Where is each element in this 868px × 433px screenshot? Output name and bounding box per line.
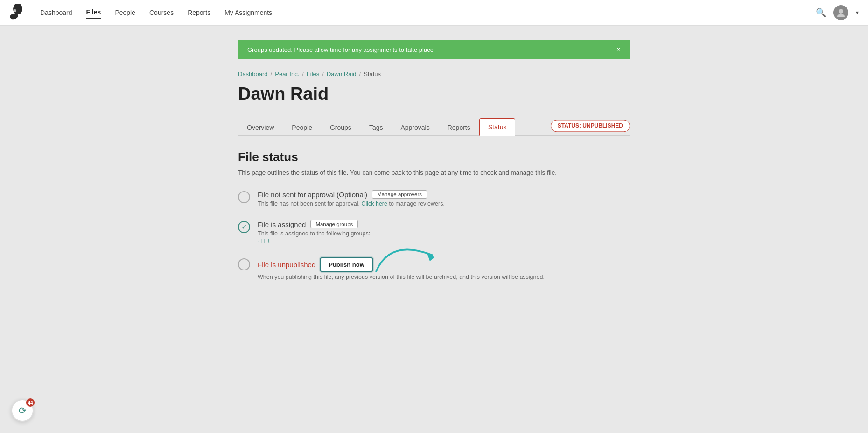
svg-point-3 xyxy=(839,9,843,14)
status-desc-unpublished: When you publishing this file, any previ… xyxy=(258,274,545,280)
tab-approvals[interactable]: Approvals xyxy=(392,119,438,136)
tab-status[interactable]: Status xyxy=(479,118,516,136)
manage-approvers-button[interactable]: Manage approvers xyxy=(372,190,427,199)
breadcrumb-pear-inc[interactable]: Pear Inc. xyxy=(275,71,299,78)
notification-widget[interactable]: 44 ⟳ xyxy=(11,399,34,422)
status-circle-assigned: ✓ xyxy=(238,221,250,233)
breadcrumb: Dashboard / Pear Inc. / Files / Dawn Rai… xyxy=(238,71,630,78)
breadcrumb-dawn-raid[interactable]: Dawn Raid xyxy=(327,71,357,78)
status-label-unpublished: File is unpublished xyxy=(258,261,315,269)
nav-courses[interactable]: Courses xyxy=(149,7,174,18)
click-here-link[interactable]: Click here xyxy=(361,200,387,207)
file-status-section: File status This page outlines the statu… xyxy=(238,150,630,280)
breadcrumb-files[interactable]: Files xyxy=(307,71,319,78)
status-item-assigned: ✓ File is assigned Manage groups This fi… xyxy=(238,220,630,244)
nav-people[interactable]: People xyxy=(115,7,135,18)
status-label-assigned: File is assigned xyxy=(258,220,306,228)
svg-point-4 xyxy=(837,14,845,17)
publish-arrow-container: Publish now xyxy=(320,257,373,272)
svg-point-0 xyxy=(13,4,22,14)
publish-now-button[interactable]: Publish now xyxy=(320,257,373,272)
svg-point-2 xyxy=(14,9,16,12)
navbar-right: 🔍 ▾ xyxy=(816,5,859,20)
main-content: Groups updated. Please allow time for an… xyxy=(224,26,644,303)
search-button[interactable]: 🔍 xyxy=(816,7,826,18)
notification-badge: 44 xyxy=(26,398,35,407)
page-title: Dawn Raid xyxy=(238,84,630,104)
banner-close-button[interactable]: × xyxy=(616,45,621,54)
svg-marker-5 xyxy=(427,252,434,261)
success-banner: Groups updated. Please allow time for an… xyxy=(238,40,630,59)
hr-group-link[interactable]: - HR xyxy=(258,238,270,244)
nav-files[interactable]: Files xyxy=(86,7,101,19)
manage-groups-button[interactable]: Manage groups xyxy=(310,220,358,228)
nav-my-assignments[interactable]: My Assignments xyxy=(224,7,272,18)
section-title: File status xyxy=(238,150,630,164)
tab-groups[interactable]: Groups xyxy=(321,119,360,136)
status-circle-unpublished xyxy=(238,258,250,270)
status-item-approval: File not sent for approval (Optional) Ma… xyxy=(238,190,630,207)
tab-reports[interactable]: Reports xyxy=(439,119,479,136)
status-badge-button[interactable]: STATUS: UNPUBLISHED xyxy=(551,120,630,132)
banner-text: Groups updated. Please allow time for an… xyxy=(247,46,434,53)
app-logo[interactable] xyxy=(9,4,26,21)
status-circle-approval xyxy=(238,191,250,203)
status-item-unpublished: File is unpublished Publish now When you… xyxy=(238,257,630,280)
tabs-bar: Overview People Groups Tags Approvals Re… xyxy=(238,118,630,136)
status-desc-assigned: This file is assigned to the following g… xyxy=(258,230,370,237)
tab-tags[interactable]: Tags xyxy=(360,119,392,136)
navbar: Dashboard Files People Courses Reports M… xyxy=(0,0,868,26)
tab-overview[interactable]: Overview xyxy=(238,119,283,136)
status-desc-approval: This file has not been sent for approval… xyxy=(258,200,445,207)
section-description: This page outlines the status of this fi… xyxy=(238,169,630,176)
nav-dashboard[interactable]: Dashboard xyxy=(40,7,72,18)
tab-people[interactable]: People xyxy=(283,119,321,136)
breadcrumb-current: Status xyxy=(364,71,381,78)
user-dropdown-button[interactable]: ▾ xyxy=(856,9,859,16)
status-label-approval: File not sent for approval (Optional) xyxy=(258,191,367,199)
notification-icon: ⟳ xyxy=(19,405,27,416)
avatar xyxy=(833,5,848,20)
status-group-hr: - HR xyxy=(258,238,370,244)
breadcrumb-dashboard[interactable]: Dashboard xyxy=(238,71,268,78)
nav-reports[interactable]: Reports xyxy=(188,7,210,18)
nav-links: Dashboard Files People Courses Reports M… xyxy=(40,7,816,19)
